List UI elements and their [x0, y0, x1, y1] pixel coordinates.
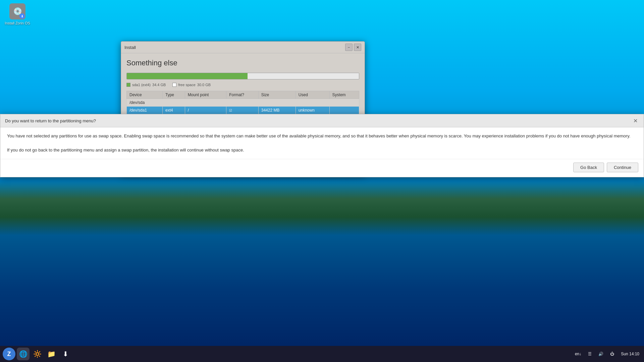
col-system: System — [329, 91, 359, 99]
legend-dot-empty — [172, 83, 176, 87]
minimize-button[interactable]: − — [345, 44, 353, 51]
legend-size-free: 30.0 GB — [197, 83, 211, 87]
legend-label-free: free space — [178, 83, 195, 87]
partition-system — [329, 107, 359, 114]
partition-bar — [126, 73, 359, 79]
clock-time: Sun 14:10 — [621, 352, 639, 356]
col-device: Device — [127, 91, 163, 99]
taskbar-lang[interactable]: en↓ — [573, 350, 583, 358]
taskbar-clock[interactable]: Sun 14:10 — [619, 350, 641, 358]
taskbar-icon-files[interactable]: 📁 — [45, 348, 58, 360]
table-header-row: Device Type Mount point Format? Size Use… — [127, 91, 359, 99]
taskbar-right: en↓ ☰ 🔊 ⏻ Sun 14:10 — [573, 350, 641, 358]
taskbar: Z 🌐 🔆 📁 ⬇ en↓ ☰ 🔊 ⏻ Sun 14:10 — [0, 346, 644, 362]
col-used: Used — [296, 91, 329, 99]
legend-size-sda1: 34.4 GB — [152, 83, 166, 87]
install-zorin-icon: 💿 ⬇ — [9, 3, 25, 19]
continue-button[interactable]: Continue — [607, 163, 638, 172]
dialog-title: Do you want to return to the partitionin… — [5, 118, 96, 123]
taskbar-power[interactable]: ⏻ — [608, 350, 616, 358]
partition-mount: / — [185, 107, 226, 114]
partition-bar-used — [127, 73, 248, 79]
dialog-close-button[interactable]: ✕ — [632, 117, 639, 124]
partition-legend: sda1 (ext4) 34.4 GB free space 30.0 GB — [126, 83, 359, 87]
dialog-footer: Go Back Continue — [0, 159, 644, 177]
table-row-partition[interactable]: /dev/sda1 ext4 / ☑ 34422 MB unknown — [127, 107, 359, 114]
partition-table: Device Type Mount point Format? Size Use… — [126, 91, 359, 114]
legend-label-sda1: sda1 (ext4) — [132, 83, 151, 87]
install-zorin-desktop-icon[interactable]: 💿 ⬇ Install Zorin OS — [4, 3, 31, 25]
partition-format: ☑ — [226, 107, 259, 114]
col-format: Format? — [226, 91, 259, 99]
partition-type: ext4 — [162, 107, 185, 114]
legend-item-sda1: sda1 (ext4) 34.4 GB — [126, 83, 166, 87]
dialog-body: You have not selected any partitions for… — [0, 127, 644, 159]
window-controls: − ✕ — [345, 44, 361, 51]
window-title: Install — [124, 45, 136, 50]
section-title: Something else — [126, 59, 359, 67]
window-titlebar: Install − ✕ — [121, 42, 365, 53]
col-type: Type — [162, 91, 185, 99]
dialog-body-line2: If you do not go back to the partitionin… — [7, 147, 637, 154]
lang-indicator: en↓ — [575, 352, 581, 356]
col-mount: Mount point — [185, 91, 226, 99]
install-badge: ⬇ — [19, 13, 25, 19]
desktop-icon-label: Install Zorin OS — [5, 21, 30, 25]
partition-size: 34422 MB — [258, 107, 296, 114]
taskbar-start-button[interactable]: Z — [3, 348, 15, 360]
partition-bar-free — [248, 73, 359, 79]
close-button[interactable]: ✕ — [354, 44, 361, 51]
taskbar-icon-installer[interactable]: ⬇ — [59, 348, 72, 360]
go-back-button[interactable]: Go Back — [573, 163, 604, 172]
dialog-body-line1: You have not selected any partitions for… — [7, 133, 637, 140]
partition-used: unknown — [296, 107, 329, 114]
device-path: /dev/sda — [127, 99, 359, 107]
dialog-titlebar: Do you want to return to the partitionin… — [0, 114, 644, 127]
partition-device: /dev/sda1 — [127, 107, 163, 114]
swap-dialog: Do you want to return to the partitionin… — [0, 114, 644, 177]
table-row-device[interactable]: /dev/sda — [127, 99, 359, 107]
taskbar-icon-settings[interactable]: 🔆 — [31, 348, 44, 360]
taskbar-volume[interactable]: 🔊 — [596, 350, 605, 358]
legend-item-free: free space 30.0 GB — [172, 83, 211, 87]
taskbar-icon-browser[interactable]: 🌐 — [17, 348, 30, 360]
taskbar-notifications[interactable]: ☰ — [586, 350, 594, 358]
legend-dot-green — [126, 83, 130, 87]
col-size: Size — [258, 91, 296, 99]
